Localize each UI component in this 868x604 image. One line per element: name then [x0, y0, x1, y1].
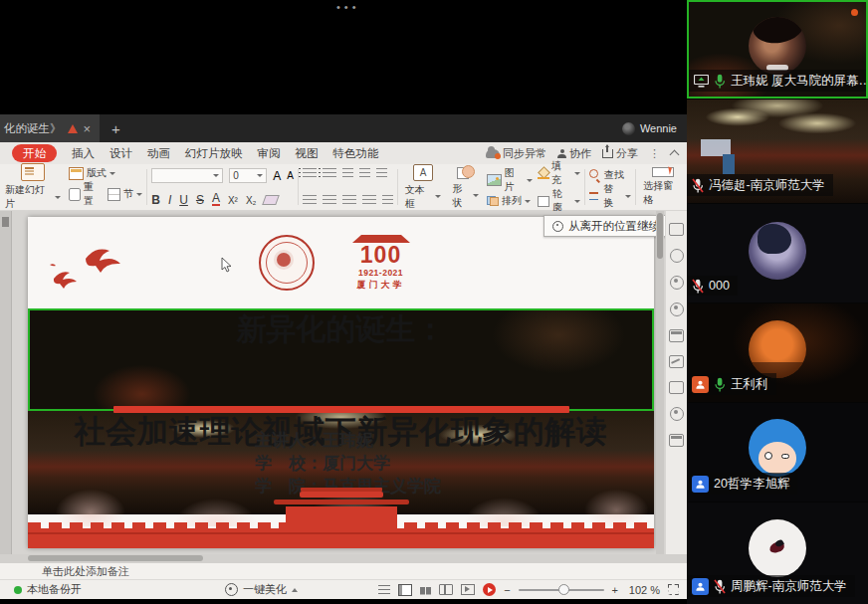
zoom-in-button[interactable]: +	[612, 584, 618, 596]
find-icon	[589, 169, 601, 181]
normal-view-button[interactable]	[398, 584, 412, 596]
horizontal-scrollbar[interactable]	[0, 554, 687, 562]
distribute-icon[interactable]	[382, 195, 393, 206]
fit-slide-button[interactable]	[668, 584, 679, 595]
collapse-ribbon-icon[interactable]	[670, 150, 680, 160]
share-icon	[602, 149, 613, 158]
subscript-button[interactable]: X₂	[246, 196, 257, 206]
new-tab-button[interactable]: +	[111, 120, 120, 137]
shape-icon	[457, 165, 475, 180]
font-color-button[interactable]: A	[212, 192, 220, 206]
participant-tile[interactable]: 王利利	[687, 303, 868, 402]
tab-design[interactable]: 设计	[109, 146, 132, 161]
participant-tile[interactable]: 20哲学李旭辉	[687, 403, 868, 502]
participant-tile[interactable]: 000	[687, 204, 868, 302]
ribbon-tab-bar: 开始 插入 设计 动画 幻灯片放映 审阅 视图 特色功能 同步异常 协作 分享	[0, 142, 687, 164]
resume-position-button[interactable]: 从离开的位置继续	[543, 215, 669, 237]
share-button[interactable]: 分享	[602, 146, 638, 161]
document-tab[interactable]: 化的诞生》 ×	[0, 114, 100, 142]
section-icon	[108, 188, 120, 201]
mic-on-icon	[714, 377, 726, 392]
zoom-slider[interactable]	[519, 589, 604, 591]
find-button[interactable]: 查找	[589, 168, 632, 182]
slide-thumbnail-panel[interactable]	[0, 211, 12, 554]
zoom-slider-thumb[interactable]	[558, 584, 569, 595]
vertical-scrollbar-thumb[interactable]	[657, 213, 663, 259]
slide-pane-icon[interactable]	[669, 223, 684, 236]
numbered-list-icon[interactable]	[323, 168, 336, 179]
tab-view[interactable]: 视图	[296, 146, 319, 161]
align-right-icon[interactable]	[342, 195, 356, 206]
slide-sorter-button[interactable]	[420, 585, 431, 595]
clear-format-icon[interactable]	[263, 195, 281, 205]
participant-tile-active-speaker[interactable]: 王玮妮 厦大马院的屏幕…	[687, 0, 868, 99]
vertical-scrollbar[interactable]	[656, 211, 664, 554]
replace-button[interactable]: 替换	[589, 182, 632, 210]
image-pane-icon[interactable]	[669, 434, 684, 447]
assistant-pane-icon[interactable]	[670, 276, 684, 290]
tab-insert[interactable]: 插入	[72, 146, 95, 161]
justify-icon[interactable]	[362, 195, 376, 206]
align-center-icon[interactable]	[323, 195, 336, 206]
slide[interactable]: 100 1921-2021 厦门大学 新异化的诞生： 社会加速理论视域下新异化现…	[28, 217, 654, 548]
participant-tile[interactable]: 冯德超-南京师范大学	[687, 100, 868, 203]
tab-close-icon[interactable]: ×	[84, 122, 92, 135]
effects-pane-icon[interactable]	[669, 355, 684, 368]
line-spacing-icon[interactable]	[376, 168, 387, 179]
tab-review[interactable]: 审阅	[258, 146, 281, 161]
align-left-icon[interactable]	[303, 195, 317, 206]
local-backup-status[interactable]: 本地备份开	[14, 580, 82, 599]
settings-pane-icon[interactable]	[669, 381, 684, 394]
screen-share-icon	[694, 75, 709, 88]
layout-button[interactable]: 版式	[69, 166, 142, 180]
one-click-beautify-button[interactable]: 一键美化	[225, 580, 298, 599]
mic-muted-icon	[714, 579, 726, 594]
meeting-controls-handle[interactable]: •••	[336, 1, 360, 13]
textbox-button[interactable]: A 文本框	[402, 164, 445, 211]
tab-special-features[interactable]: 特色功能	[333, 146, 379, 161]
superscript-button[interactable]: X²	[228, 196, 238, 206]
notes-toggle-icon[interactable]	[378, 585, 390, 594]
increase-font-button[interactable]: A	[273, 170, 281, 182]
select-pane-button[interactable]: 选择窗格	[640, 167, 685, 207]
participants-sidebar: 王玮妮 厦大马院的屏幕… 冯德超-南京师范大学	[687, 0, 868, 604]
new-slide-button[interactable]: 新建幻灯片	[2, 163, 64, 211]
decrease-font-button[interactable]: A	[287, 171, 294, 181]
sticker-pane-icon[interactable]	[670, 302, 684, 316]
reading-view-button[interactable]	[439, 584, 453, 595]
bold-button[interactable]: B	[151, 194, 160, 206]
play-slideshow-button[interactable]	[483, 583, 496, 596]
history-pane-icon[interactable]	[670, 407, 684, 421]
decrease-indent-icon[interactable]	[342, 168, 353, 179]
notes-area[interactable]: 单击此处添加备注	[0, 562, 687, 579]
account-menu[interactable]: Wennie	[622, 122, 677, 135]
increase-indent-icon[interactable]	[359, 168, 370, 179]
horizontal-scrollbar-thumb[interactable]	[28, 555, 203, 561]
underline-button[interactable]: U	[179, 194, 188, 206]
reset-button[interactable]: 重置	[69, 180, 102, 208]
backup-on-icon	[14, 586, 22, 594]
template-pane-icon[interactable]	[669, 329, 684, 342]
section-button[interactable]: 节	[108, 187, 142, 201]
italic-button[interactable]: I	[168, 194, 171, 206]
strikethrough-button[interactable]: S	[196, 194, 204, 206]
slide-logos: 100 1921-2021 厦门大学	[28, 235, 654, 292]
zoom-out-button[interactable]: −	[504, 584, 510, 596]
tab-slideshow[interactable]: 幻灯片放映	[185, 146, 243, 161]
font-size-select[interactable]: 0	[229, 168, 267, 183]
font-family-select[interactable]	[151, 168, 223, 183]
tab-animation[interactable]: 动画	[147, 146, 170, 161]
slideshow-view-button[interactable]	[461, 584, 475, 595]
shape-button[interactable]: 形状	[449, 165, 482, 210]
participant-label: 王利利	[687, 373, 776, 395]
zoom-level: 102 %	[626, 584, 660, 596]
picture-button[interactable]: 图片	[487, 166, 532, 194]
fill-button[interactable]: 填充	[538, 159, 580, 187]
shapes-pane-icon[interactable]	[670, 249, 684, 263]
participant-tile[interactable]: 周鹏辉-南京师范大学	[687, 503, 868, 604]
bullet-list-icon[interactable]	[303, 168, 317, 179]
more-options-icon[interactable]: ⋮	[649, 147, 660, 160]
account-name: Wennie	[640, 122, 677, 134]
arrange-button[interactable]: 排列	[487, 194, 532, 208]
tab-home[interactable]: 开始	[12, 144, 57, 162]
